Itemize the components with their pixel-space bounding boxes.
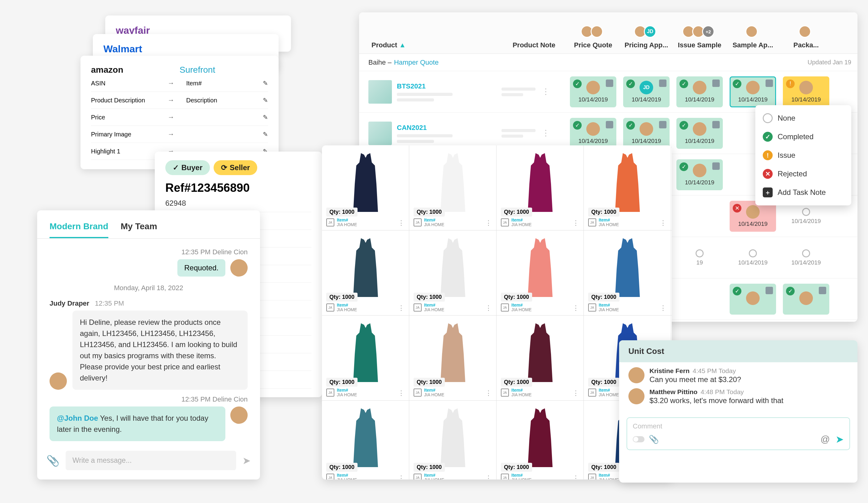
task-status-chip[interactable]: ✓10/14/2019 [676, 76, 723, 107]
more-icon[interactable]: ⋮ [398, 389, 405, 397]
product-title[interactable]: BTS2021 [397, 82, 453, 90]
mapping-field-row[interactable]: Product Description→Description✎ [91, 92, 268, 109]
qty-badge: Qty: 1000 [501, 378, 532, 387]
product-cell[interactable]: Qty: 1000 JAItem#JIA HOME ⋮ [409, 230, 497, 315]
more-icon[interactable]: ⋮ [485, 219, 492, 227]
more-icon[interactable]: ⋮ [572, 389, 579, 397]
product-cell[interactable]: Qty: 1000 JAItem#JIA HOME ⋮ [322, 145, 409, 230]
product-thumb[interactable] [368, 80, 392, 104]
avatar [746, 205, 760, 219]
task-status-chip[interactable]: ✓ [783, 284, 829, 315]
toggle[interactable] [633, 436, 644, 442]
note-icon [606, 80, 613, 87]
buyer-pill[interactable]: ✓ Buyer [165, 160, 210, 175]
mapping-field-row[interactable]: Primary Image→✎ [91, 126, 268, 143]
task-column-header[interactable]: Packa... [779, 24, 833, 53]
more-icon[interactable]: ⋮ [485, 474, 492, 480]
product-cell[interactable]: Qty: 1000 JAItem#JIA HOME ⋮ [322, 401, 409, 480]
more-icon[interactable]: ⋮ [398, 219, 405, 227]
task-status-chip[interactable]: !10/14/2019 [783, 76, 829, 107]
send-icon[interactable]: ➤ [836, 433, 844, 445]
more-icon[interactable]: ⋮ [485, 389, 492, 397]
qty-badge: Qty: 1000 [326, 463, 358, 472]
task-status-chip[interactable]: 10/14/2019 [783, 242, 829, 273]
task-status-chip[interactable]: ✓10/14/2019 [676, 159, 723, 190]
product-cell[interactable]: Qty: 1000 JAItem#JIA HOME ⋮ [584, 230, 671, 315]
task-status-chip[interactable]: ✓10/14/2019 [570, 76, 616, 107]
product-thumb[interactable] [368, 122, 392, 145]
vendor-tag-icon: JA [588, 389, 596, 397]
task-board-breadcrumb[interactable]: Baihe – Hamper Quote Updated Jan 19 [359, 54, 857, 71]
vendor-tag-icon: JA [414, 218, 422, 227]
edit-icon[interactable]: ✎ [263, 114, 268, 121]
product-cell[interactable]: Qty: 1000 JAItem#JIA HOME ⋮ [409, 401, 497, 480]
status-option-issue[interactable]: !Issue [755, 146, 851, 165]
seller-pill[interactable]: ⟳ Seller [214, 160, 257, 175]
status-dropdown: None ✓Completed !Issue ✕Rejected ＋Add Ta… [755, 105, 851, 206]
task-column-header[interactable]: JDPricing App... [620, 24, 673, 53]
task-column-header[interactable]: +2Issue Sample [673, 24, 726, 53]
check-icon: ✓ [733, 287, 741, 295]
task-status-chip[interactable]: ✓10/14/2019 [623, 118, 670, 149]
product-cell[interactable]: Qty: 1000 JAItem#JIA HOME ⋮ [497, 145, 584, 230]
more-icon[interactable]: ⋮ [398, 474, 405, 480]
qty-badge: Qty: 1000 [501, 293, 532, 302]
product-cell[interactable]: Qty: 1000 JAItem#JIA HOME ⋮ [409, 315, 497, 400]
product-cell[interactable]: Qty: 1000 JAItem#JIA HOME ⋮ [584, 145, 671, 230]
mapping-field-row[interactable]: Price→✎ [91, 109, 268, 126]
comment-input[interactable]: Comment 📎 @ ➤ [627, 417, 850, 450]
unit-cost-title: Unit Cost [619, 340, 857, 362]
more-icon[interactable]: ⋮ [542, 128, 550, 138]
task-status-chip[interactable]: 10/14/2019 [730, 242, 776, 273]
product-cell[interactable]: Qty: 1000 JAItem#JIA HOME ⋮ [497, 315, 584, 400]
more-icon[interactable]: ⋮ [572, 474, 579, 480]
col-header-product[interactable]: Product▲ [359, 41, 502, 53]
status-option-rejected[interactable]: ✕Rejected [755, 165, 851, 183]
more-icon[interactable]: ⋮ [660, 219, 666, 227]
product-cell[interactable]: Qty: 1000 JAItem#JIA HOME ⋮ [322, 230, 409, 315]
product-title[interactable]: CAN2021 [397, 124, 453, 132]
more-icon[interactable]: ⋮ [398, 304, 405, 312]
more-icon[interactable]: ⋮ [542, 87, 550, 96]
product-cell[interactable]: Qty: 1000 JAItem#JIA HOME ⋮ [497, 401, 584, 480]
chat-tab-my-team[interactable]: My Team [121, 221, 157, 238]
vendor-tag-icon: JA [414, 389, 422, 397]
col-header-product-note[interactable]: Product Note [502, 41, 567, 53]
edit-icon[interactable]: ✎ [263, 130, 268, 138]
chat-message-input[interactable]: Write a message... [66, 451, 236, 470]
more-icon[interactable]: ⋮ [660, 304, 666, 312]
task-status-chip[interactable] [676, 201, 723, 232]
status-option-completed[interactable]: ✓Completed [755, 127, 851, 146]
task-status-chip[interactable]: 19 [676, 242, 723, 273]
mention-icon[interactable]: @ [820, 434, 830, 444]
status-option-none[interactable]: None [755, 109, 851, 127]
task-status-chip[interactable] [676, 284, 723, 315]
status-option-add-task-note[interactable]: ＋Add Task Note [755, 183, 851, 202]
task-status-chip[interactable]: ✓JD10/14/2019 [623, 76, 670, 107]
more-icon[interactable]: ⋮ [485, 304, 492, 312]
task-column-header[interactable]: Sample Ap... [726, 24, 779, 53]
more-icon[interactable]: ⋮ [572, 219, 579, 227]
edit-icon[interactable]: ✎ [263, 80, 268, 87]
attachment-icon[interactable]: 📎 [46, 454, 60, 467]
mapping-field-row[interactable]: ASIN→Item#✎ [91, 75, 268, 92]
chat-sender-row: Judy Draper 12:35 PM [50, 300, 248, 307]
sort-asc-icon: ▲ [399, 41, 406, 49]
task-status-chip[interactable]: ✓10/14/2019 [570, 118, 616, 149]
edit-icon[interactable]: ✎ [263, 96, 268, 104]
product-image [501, 404, 579, 472]
check-icon: ✓ [573, 80, 582, 88]
avatar: JD [640, 81, 653, 94]
product-cell[interactable]: Qty: 1000 JAItem#JIA HOME ⋮ [322, 315, 409, 400]
more-icon[interactable]: ⋮ [572, 304, 579, 312]
task-column-header[interactable]: Price Quote [567, 24, 620, 53]
task-status-chip[interactable]: ✓ [730, 284, 776, 315]
task-status-chip[interactable]: ✓10/14/2019 [730, 76, 776, 107]
attachment-icon[interactable]: 📎 [649, 434, 659, 444]
product-cell[interactable]: Qty: 1000 JAItem#JIA HOME ⋮ [409, 145, 497, 230]
note-icon [819, 287, 826, 294]
send-icon[interactable]: ➤ [242, 455, 251, 467]
task-status-chip[interactable]: ✓10/14/2019 [676, 118, 723, 149]
chat-tab-modern-brand[interactable]: Modern Brand [50, 221, 108, 238]
product-cell[interactable]: Qty: 1000 JAItem#JIA HOME ⋮ [497, 230, 584, 315]
